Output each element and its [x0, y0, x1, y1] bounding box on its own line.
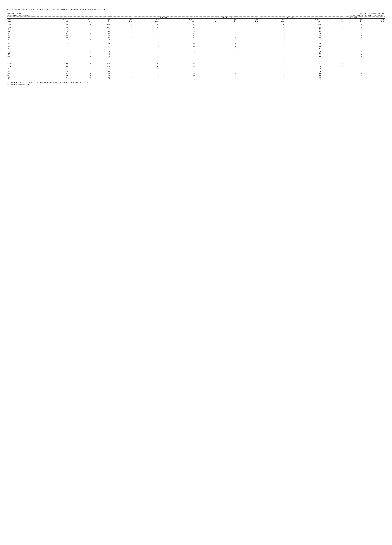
- table-row: 1011019288 5053-- 331294-: [7, 56, 385, 58]
- col-1-90-dager: 1-90dager: [7, 19, 34, 22]
- table-row: 61-3- 16---- 1051--: [7, 50, 385, 52]
- col-cond-1-3: 1-3år: [344, 19, 362, 22]
- col-unc-1-3: 1-3år: [218, 19, 236, 22]
- table-row: 122-21 221--- 9122--: [7, 48, 385, 49]
- col-unc-6-11: 6-11md.: [195, 19, 218, 22]
- unconditional-header: Ubetinget fengsel1Unconditional imprison…: [7, 12, 133, 17]
- header-group-row: Ubetinget fengsel1Unconditional imprison…: [7, 12, 385, 17]
- footnotes-section: ¹ Of which 4 military arrest and a few (…: [7, 81, 385, 86]
- table-row: 1183741 507--- 42132--: [7, 52, 385, 54]
- table-row: 30320373912 152163-- 11535165-: [7, 43, 385, 44]
- table-row: 40161171 91--- 721--: [7, 68, 385, 70]
- page-number: 163: [7, 5, 385, 6]
- table-row: 441113126406 6692-- 57164--: [7, 73, 385, 74]
- table-row: 1004764102 247--- 1696--: [7, 71, 385, 73]
- col-6-11md: 6-11md.: [69, 19, 92, 22]
- column-header-row: 1-90dager 91 dg.-5 md. 6-11md. 1-3år Ove…: [7, 19, 385, 22]
- table-row: 1 68448657822745 245383-- 1917124--: [7, 63, 385, 65]
- table-row: 124655 51--- 312--: [7, 38, 385, 40]
- col-91dg-5md: 91 dg.-5 md.: [34, 19, 69, 22]
- betinget-sub-header: Betinget: [259, 17, 321, 19]
- table-row: 6661752229424 8871-- 61269--: [7, 76, 385, 78]
- col-cond-over: Over3 år: [362, 19, 385, 22]
- table-row: 1 93548860425755 366526-- 29092375-: [7, 26, 385, 28]
- ubetinget-sub-header: Ubetinget: [133, 17, 195, 19]
- col-1-3ar: 1-3år: [92, 19, 110, 22]
- table-row: 124654 41--- 311--: [7, 78, 385, 80]
- col-unc-over: Over3 år: [236, 19, 259, 22]
- footnote-1: ¹ Of which 4 military arrest and a few (…: [7, 81, 385, 84]
- table-caption: Sentences to imprisonment in cases inclu…: [7, 8, 385, 10]
- table-row: 7861142 354--- 30531-: [7, 54, 385, 56]
- col-bet-91dg: 91 dg.-5 md.: [286, 19, 321, 22]
- table-row: ----1 1---- --1--: [7, 58, 385, 60]
- sub-group-row: Ubetinget Unconditional Betinget Conditi…: [7, 17, 385, 19]
- table-row: 1 98750661526657 397546-- 306106405-: [7, 23, 385, 25]
- footnote-2: ² Of which 6 including fine.: [7, 84, 385, 86]
- unconditional-sub-header: Unconditional: [195, 17, 259, 19]
- table-row: 29118373711 130153-- 10623145-: [7, 46, 385, 48]
- col-ub-1-90: 1-90dager: [133, 19, 160, 22]
- table-row: 1064864132 407--- 26147--: [7, 31, 385, 33]
- table-row: 52181192 312--- 16143--: [7, 28, 385, 30]
- main-table: Ubetinget fengsel1Unconditional imprison…: [7, 12, 385, 80]
- table-row: 5431531718211 9818--- 842471-: [7, 35, 385, 37]
- conditional-sub-header: Conditional: [321, 17, 385, 19]
- col-bet-1-90: 1-90dager: [259, 19, 286, 22]
- conditional-header: Ubetinget og betinget fengsel2Unconditio…: [133, 12, 385, 17]
- table-row: 559116133447 116162-- 99296--: [7, 33, 385, 35]
- table-row: 76718524112232 138124-- 9438184-: [7, 37, 385, 38]
- col-over-3ar: Over3 år: [110, 19, 133, 22]
- table-row: 1 64447056722044 236373-- 1846923--: [7, 66, 385, 68]
- col-cond-6-11: 6-11md.: [321, 19, 344, 22]
- table-row: 465147160789 6314--- 54194--: [7, 74, 385, 76]
- col-ub-91dg: 91 dg.-5 md.: [160, 19, 195, 22]
